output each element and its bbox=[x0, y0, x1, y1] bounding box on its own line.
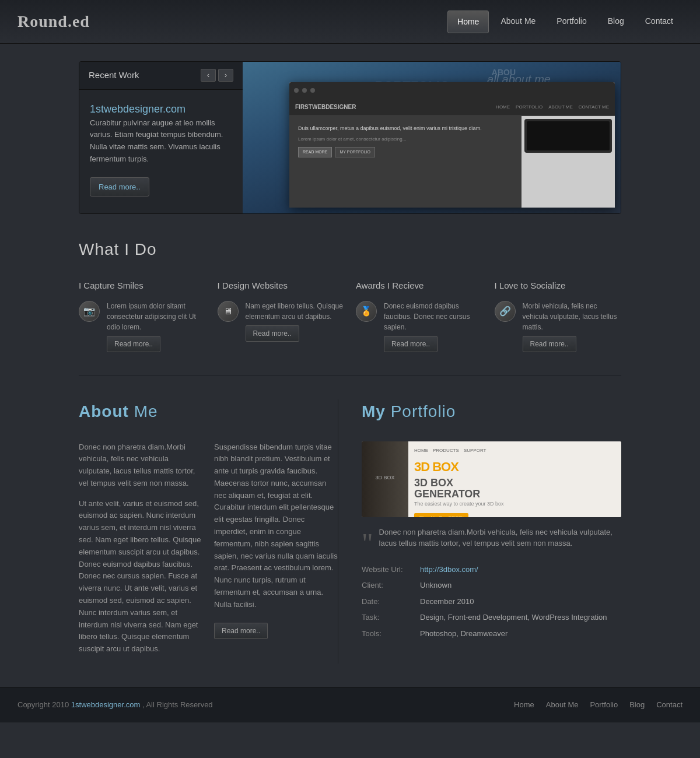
preview-browser-btn bbox=[294, 88, 299, 93]
portfolio-signup-btn[interactable]: Sign Up For FREE! bbox=[414, 513, 468, 517]
service-design-content: 🖥 Nam eget libero tellus. Quisque elemen… bbox=[218, 301, 345, 342]
preview-site-title: FIRSTWEBDESIGNER bbox=[295, 103, 356, 111]
about-columns: Donec non pharetra diam.Morbi vehicula, … bbox=[79, 441, 338, 664]
service-social-text: Morbi vehicula, felis nec vehicula vulpu… bbox=[523, 301, 622, 352]
preview-abou-label: ABOU bbox=[492, 66, 516, 79]
portfolio-box-subtitle: 3D BOXGENERATOR bbox=[414, 478, 615, 501]
meta-tools-value: Photoshop, Dreamweaver bbox=[420, 628, 508, 640]
section-divider bbox=[79, 376, 621, 376]
recent-work-content: 1stwebdesigner.com Curabitur pulvinar au… bbox=[79, 90, 243, 209]
work-read-more[interactable]: Read more.. bbox=[90, 177, 149, 197]
about-read-more[interactable]: Read more.. bbox=[214, 623, 268, 639]
about-portfolio-grid: About Me Donec non pharetra diam.Morbi v… bbox=[79, 399, 621, 664]
recent-work-title: Recent Work bbox=[89, 69, 139, 82]
footer-nav-contact[interactable]: Contact bbox=[656, 699, 682, 711]
service-capture-readmore[interactable]: Read more.. bbox=[107, 336, 160, 352]
what-i-do-title: What I Do bbox=[79, 237, 621, 262]
service-design-readmore[interactable]: Read more.. bbox=[246, 325, 299, 342]
about-para2: Ut ante velit, varius et euismod sed, eu… bbox=[79, 498, 202, 655]
preview-content: Duis ullamcorper, metus a dapibus euismo… bbox=[289, 116, 615, 208]
camera-icon: 📷 bbox=[79, 301, 100, 322]
nav-arrows: ‹ › bbox=[201, 69, 233, 82]
portfolio-meta-client: Client: Unknown bbox=[362, 580, 621, 591]
service-awards-desc: Donec euismod dapibus faucibus. Donec ne… bbox=[384, 301, 483, 332]
preview-btn2: MY PORTFOLIO bbox=[335, 147, 375, 158]
portfolio-box-logo: 3D BOX bbox=[414, 457, 615, 476]
work-item-description: Curabitur pulvinar augue at leo mollis v… bbox=[90, 117, 232, 166]
about-right-para1: Suspendisse bibendum turpis vitae nibh b… bbox=[214, 441, 338, 611]
footer-nav-about[interactable]: About Me bbox=[546, 699, 579, 711]
service-awards-readmore[interactable]: Read more.. bbox=[384, 336, 438, 352]
portfolio-quote: " Donec non pharetra diam.Morbi vehicula… bbox=[362, 527, 621, 555]
service-social-content: 🔗 Morbi vehicula, felis nec vehicula vul… bbox=[495, 301, 622, 352]
arrow-prev[interactable]: ‹ bbox=[201, 69, 216, 82]
footer-nav-portfolio[interactable]: Portfolio bbox=[590, 699, 618, 711]
about-title-light: Me bbox=[129, 402, 158, 420]
service-awards: Awards I Recieve 🏅 Donec euismod dapibus… bbox=[356, 279, 483, 352]
footer-nav: Home About Me Portfolio Blog Contact bbox=[514, 699, 682, 711]
portfolio-meta: Website Url: http://3dbox.com/ Client: U… bbox=[362, 564, 621, 640]
service-capture-text: Lorem ipsum dolor sitamt consectetur adi… bbox=[107, 301, 206, 352]
what-i-do-section: What I Do I Capture Smiles 📷 Lorem ipsum… bbox=[79, 237, 621, 352]
footer-copyright-link[interactable]: 1stwebdesigner.com bbox=[71, 700, 141, 709]
preview-screen bbox=[527, 121, 610, 150]
service-capture-desc: Lorem ipsum dolor sitamt consectetur adi… bbox=[107, 301, 206, 332]
site-header: Round.ed Home About Me Portfolio Blog Co… bbox=[0, 0, 700, 44]
service-capture-content: 📷 Lorem ipsum dolor sitamt consectetur a… bbox=[79, 301, 206, 352]
preview-btns: READ MORE MY PORTFOLIO bbox=[298, 147, 513, 158]
preview-site-nav: HOME PORTFOLIO ABOUT ME CONTACT ME bbox=[496, 104, 609, 111]
preview-hero-small: Duis ullamcorper, metus a dapibus euismo… bbox=[298, 125, 513, 133]
preview-hero-body: Lorem ipsum dolor et amet, consectetur a… bbox=[298, 136, 513, 142]
service-social-desc: Morbi vehicula, felis nec vehicula vulpu… bbox=[523, 301, 622, 332]
award-icon: 🏅 bbox=[356, 301, 377, 322]
nav-home[interactable]: Home bbox=[447, 10, 489, 33]
preview-site-header: FIRSTWEBDESIGNER HOME PORTFOLIO ABOUT ME… bbox=[289, 99, 615, 116]
service-design-text: Nam eget libero tellus. Quisque elementu… bbox=[246, 301, 345, 342]
preview-hero: Duis ullamcorper, metus a dapibus euismo… bbox=[289, 116, 522, 208]
portfolio-title-bold: My bbox=[362, 402, 386, 420]
site-footer: Copyright 2010 1stwebdesigner.com , All … bbox=[0, 687, 700, 722]
about-title: About Me bbox=[79, 399, 338, 424]
nav-blog[interactable]: Blog bbox=[598, 10, 634, 33]
preview-browser-bar bbox=[289, 82, 615, 99]
recent-work-image: all about me ABOU PORTFOLIOthings I've d… bbox=[243, 62, 621, 213]
preview-browser-btn3 bbox=[310, 88, 315, 93]
portfolio-meta-tools: Tools: Photoshop, Dreamweaver bbox=[362, 628, 621, 640]
meta-url-label: Website Url: bbox=[362, 564, 420, 575]
main-nav: Home About Me Portfolio Blog Contact bbox=[447, 10, 682, 33]
service-capture-title: I Capture Smiles bbox=[79, 279, 206, 293]
site-logo: Round.ed bbox=[18, 9, 90, 34]
meta-client-label: Client: bbox=[362, 580, 420, 591]
nav-contact[interactable]: Contact bbox=[636, 10, 682, 33]
meta-date-value: December 2010 bbox=[420, 596, 474, 608]
about-section: About Me Donec non pharetra diam.Morbi v… bbox=[79, 399, 338, 664]
about-right-col: Suspendisse bibendum turpis vitae nibh b… bbox=[214, 441, 338, 664]
portfolio-url-link[interactable]: http://3dbox.com/ bbox=[420, 565, 478, 574]
footer-nav-home[interactable]: Home bbox=[514, 699, 534, 711]
arrow-next[interactable]: › bbox=[218, 69, 233, 82]
portfolio-meta-url: Website Url: http://3dbox.com/ bbox=[362, 564, 621, 575]
footer-copyright: Copyright 2010 1stwebdesigner.com , All … bbox=[18, 699, 213, 711]
preview-mockup: FIRSTWEBDESIGNER HOME PORTFOLIO ABOUT ME… bbox=[289, 82, 615, 208]
services-grid: I Capture Smiles 📷 Lorem ipsum dolor sit… bbox=[79, 279, 621, 352]
preview-sidebar bbox=[522, 116, 615, 208]
preview-btn1: READ MORE bbox=[298, 147, 332, 158]
service-design-title: I Design Websites bbox=[218, 279, 345, 293]
portfolio-3dbox: 3D BOX HOME PRODUCTS SUPPORT 3D BOX 3D B… bbox=[362, 441, 621, 517]
meta-client-value: Unknown bbox=[420, 580, 452, 591]
portfolio-box-center: HOME PRODUCTS SUPPORT 3D BOX 3D BOXGENER… bbox=[408, 441, 621, 517]
nav-portfolio[interactable]: Portfolio bbox=[547, 10, 596, 33]
box-logo-sm: 3D BOX bbox=[375, 474, 394, 482]
service-social-readmore[interactable]: Read more.. bbox=[523, 336, 576, 352]
meta-task-value: Design, Front-end Development, WordPress… bbox=[420, 612, 607, 623]
portfolio-title-light: Portfolio bbox=[386, 402, 456, 420]
recent-work-left: Recent Work ‹ › 1stwebdesigner.com Curab… bbox=[79, 62, 243, 213]
recent-work-header: Recent Work ‹ › bbox=[79, 62, 243, 90]
quote-mark: " bbox=[362, 532, 373, 555]
social-icon: 🔗 bbox=[495, 301, 516, 322]
nav-about[interactable]: About Me bbox=[491, 10, 545, 33]
footer-nav-blog[interactable]: Blog bbox=[629, 699, 645, 711]
portfolio-quote-text: Donec non pharetra diam.Morbi vehicula, … bbox=[379, 527, 621, 549]
meta-url-value: http://3dbox.com/ bbox=[420, 564, 478, 575]
work-item-title[interactable]: 1stwebdesigner.com bbox=[90, 103, 186, 115]
